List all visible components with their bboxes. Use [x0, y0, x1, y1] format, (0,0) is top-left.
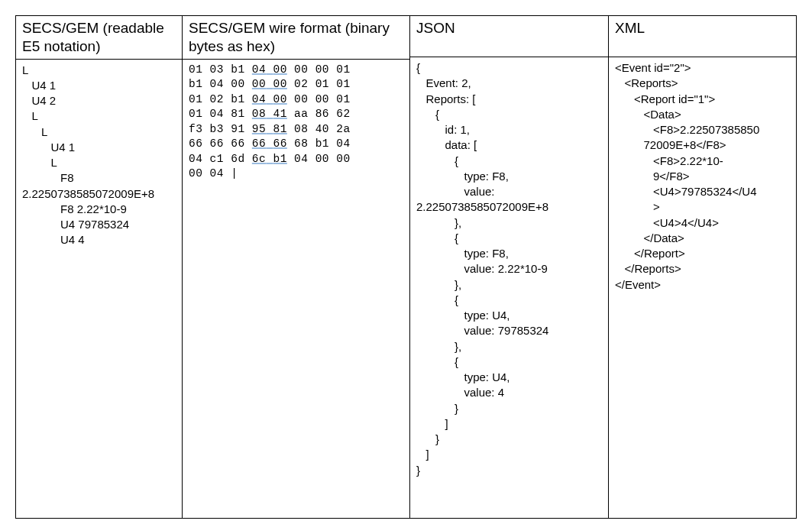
- header-text: SECS/GEM wire format (binary bytes as he…: [189, 19, 403, 56]
- column-json: JSON { Event: 2, Reports: [ { id: 1, dat…: [410, 16, 609, 518]
- hex-byte: 04: [189, 153, 202, 165]
- hex-byte: b1: [273, 153, 286, 165]
- header-secs-wire: SECS/GEM wire format (binary bytes as he…: [183, 16, 409, 60]
- body-xml: <Event id="2"> <Reports> <Report id="1">…: [609, 57, 796, 518]
- hex-byte: 04: [252, 63, 266, 76]
- hex-byte: f3: [189, 123, 202, 135]
- hex-byte: 86: [315, 108, 329, 120]
- hex-byte: 62: [336, 108, 350, 120]
- hex-byte: 00: [273, 78, 286, 90]
- hex-byte: 02: [294, 78, 308, 90]
- hex-byte: 08: [294, 123, 308, 135]
- body-json: { Event: 2, Reports: [ { id: 1, data: [ …: [410, 57, 608, 518]
- hex-byte: 03: [210, 63, 224, 76]
- header-text: SECS/GEM (readable E5 notation): [22, 19, 176, 56]
- hex-byte: 40: [315, 123, 329, 135]
- hex-byte: 00: [294, 93, 308, 105]
- header-text: XML: [615, 19, 645, 37]
- header-secs-readable: SECS/GEM (readable E5 notation): [16, 16, 182, 60]
- hex-byte: 01: [336, 78, 350, 90]
- body-secs-readable: L U4 1 U4 2 L L U4 1 L F8 2.225073858507…: [16, 60, 182, 518]
- hex-byte: aa: [294, 108, 308, 120]
- hex-byte: c1: [210, 153, 224, 165]
- header-text: JSON: [416, 19, 455, 37]
- hex-byte: 04: [210, 108, 224, 120]
- hex-byte: 00: [315, 153, 329, 165]
- hex-byte: 00: [336, 153, 350, 165]
- hex-byte: 66: [252, 137, 266, 150]
- hex-byte: b1: [231, 63, 244, 76]
- hex-byte: 41: [273, 108, 286, 120]
- hex-byte: 01: [189, 93, 202, 105]
- hex-byte: 2a: [336, 123, 350, 135]
- hex-byte: b3: [210, 123, 224, 135]
- hex-byte: 00: [315, 93, 329, 105]
- hex-byte: 02: [210, 93, 224, 105]
- hex-byte: 6d: [231, 153, 244, 165]
- hex-byte: 68: [294, 137, 308, 150]
- hex-byte: 95: [252, 123, 266, 135]
- hex-byte: 91: [231, 123, 244, 135]
- hex-byte: 01: [189, 63, 202, 76]
- hex-byte: 01: [315, 78, 329, 90]
- hex-byte: 01: [189, 108, 202, 120]
- hex-byte: 04: [336, 137, 350, 150]
- header-json: JSON: [410, 16, 608, 57]
- header-xml: XML: [609, 16, 796, 57]
- hex-byte: 00: [231, 78, 244, 90]
- hex-byte: |: [231, 167, 238, 180]
- hex-byte: 00: [252, 78, 266, 90]
- hex-byte: 00: [189, 167, 202, 180]
- hex-byte: 04: [210, 78, 224, 90]
- hex-byte: b1: [189, 78, 202, 90]
- body-secs-wire: 01 03 b1 04 00 00 00 01 b1 04 00 00 00 0…: [183, 60, 409, 518]
- hex-byte: 01: [336, 93, 350, 105]
- hex-byte: 00: [315, 63, 329, 76]
- hex-byte: 04: [252, 93, 266, 105]
- hex-byte: b1: [315, 137, 329, 150]
- hex-byte: 81: [231, 108, 244, 120]
- hex-byte: 04: [210, 167, 224, 180]
- hex-byte: 00: [273, 93, 286, 105]
- hex-byte: 6c: [252, 153, 266, 165]
- hex-byte: 81: [273, 123, 286, 135]
- column-xml: XML <Event id="2"> <Reports> <Report id=…: [609, 16, 796, 518]
- hex-byte: 01: [336, 63, 350, 76]
- column-secs-wire: SECS/GEM wire format (binary bytes as he…: [183, 16, 410, 518]
- hex-byte: 66: [189, 137, 202, 150]
- comparison-table: SECS/GEM (readable E5 notation) L U4 1 U…: [15, 15, 797, 519]
- hex-byte: 66: [231, 137, 244, 150]
- hex-byte: 08: [252, 108, 266, 120]
- column-secs-readable: SECS/GEM (readable E5 notation) L U4 1 U…: [16, 16, 183, 518]
- hex-byte: 66: [273, 137, 286, 150]
- hex-byte: 00: [273, 63, 286, 76]
- hex-byte: 66: [210, 137, 224, 150]
- hex-byte: b1: [231, 93, 244, 105]
- hex-byte: 04: [294, 153, 308, 165]
- hex-byte: 00: [294, 63, 308, 76]
